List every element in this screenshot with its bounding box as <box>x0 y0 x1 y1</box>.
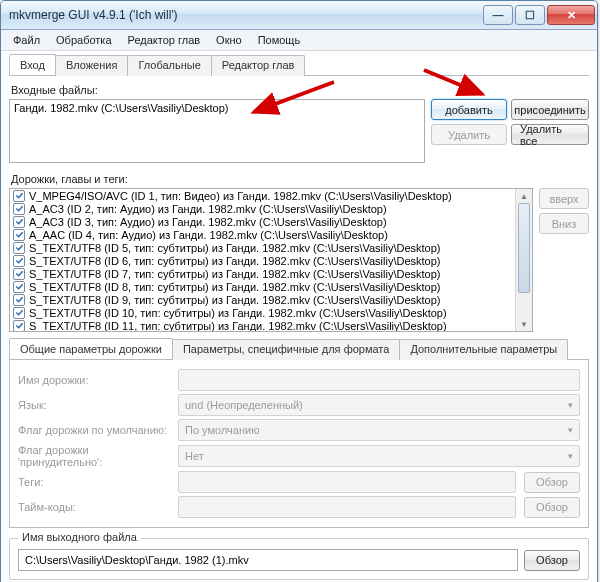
track-checkbox[interactable] <box>13 307 25 319</box>
track-checkbox[interactable] <box>13 203 25 215</box>
track-checkbox[interactable] <box>13 242 25 254</box>
output-group: Имя выходного файла C:\Users\Vasiliy\Des… <box>9 538 589 580</box>
track-item[interactable]: S_TEXT/UTF8 (ID 7, тип: субтитры) из Ган… <box>10 267 516 280</box>
track-item[interactable]: S_TEXT/UTF8 (ID 8, тип: субтитры) из Ган… <box>10 280 516 293</box>
track-checkbox[interactable] <box>13 294 25 306</box>
language-label: Язык: <box>18 399 170 411</box>
delete-all-button[interactable]: Удалить все <box>511 124 589 145</box>
menu-window[interactable]: Окно <box>208 32 250 48</box>
append-button[interactable]: присоединить <box>511 99 589 120</box>
track-item[interactable]: A_AC3 (ID 3, тип: Аудио) из Ганди. 1982.… <box>10 215 516 228</box>
menubar: Файл Обработка Редактор глав Окно Помощь <box>1 30 597 51</box>
track-label: S_TEXT/UTF8 (ID 7, тип: субтитры) из Ган… <box>29 268 441 280</box>
track-item[interactable]: V_MPEG4/ISO/AVC (ID 1, тип: Видео) из Га… <box>10 189 516 202</box>
window-title: mkvmerge GUI v4.9.1 ('Ich will') <box>9 8 481 22</box>
maximize-icon: ☐ <box>525 9 535 22</box>
subtab-format[interactable]: Параметры, специфичные для формата <box>172 339 400 360</box>
track-item[interactable]: A_AC3 (ID 2, тип: Аудио) из Ганди. 1982.… <box>10 202 516 215</box>
default-flag-combo: По умолчанию <box>178 419 580 441</box>
track-options-panel: Имя дорожки: Язык: und (Неопределенный) … <box>9 360 589 528</box>
close-icon: ✕ <box>567 9 576 22</box>
track-name-label: Имя дорожки: <box>18 374 170 386</box>
track-checkbox[interactable] <box>13 268 25 280</box>
language-combo: und (Неопределенный) <box>178 394 580 416</box>
track-label: S_TEXT/UTF8 (ID 11, тип: субтитры) из Га… <box>29 320 447 332</box>
track-item[interactable]: S_TEXT/UTF8 (ID 5, тип: субтитры) из Ган… <box>10 241 516 254</box>
input-files-list[interactable]: Ганди. 1982.mkv (C:\Users\Vasiliy\Deskto… <box>9 99 425 163</box>
tab-input[interactable]: Вход <box>9 54 56 75</box>
subtab-general[interactable]: Общие параметры дорожки <box>9 338 173 359</box>
app-window: mkvmerge GUI v4.9.1 ('Ich will') — ☐ ✕ Ф… <box>0 0 598 582</box>
subtab-extra[interactable]: Дополнительные параметры <box>399 339 568 360</box>
add-button[interactable]: добавить <box>431 99 507 120</box>
track-item[interactable]: S_TEXT/UTF8 (ID 6, тип: субтитры) из Ган… <box>10 254 516 267</box>
track-label: V_MPEG4/ISO/AVC (ID 1, тип: Видео) из Га… <box>29 190 452 202</box>
track-label: A_AC3 (ID 2, тип: Аудио) из Ганди. 1982.… <box>29 203 387 215</box>
track-label: A_AC3 (ID 3, тип: Аудио) из Ганди. 1982.… <box>29 216 387 228</box>
output-file-field[interactable]: C:\Users\Vasiliy\Desktop\Ганди. 1982 (1)… <box>18 549 518 571</box>
tags-field <box>178 471 516 493</box>
move-up-button: вверх <box>539 188 589 209</box>
minimize-icon: — <box>493 9 504 21</box>
scroll-up-icon[interactable]: ▲ <box>516 189 532 203</box>
input-file-item[interactable]: Ганди. 1982.mkv (C:\Users\Vasiliy\Deskto… <box>14 102 420 114</box>
output-label: Имя выходного файла <box>18 531 141 543</box>
track-checkbox[interactable] <box>13 229 25 241</box>
track-item[interactable]: S_TEXT/UTF8 (ID 11, тип: субтитры) из Га… <box>10 319 516 331</box>
delete-button: Удалить <box>431 124 507 145</box>
tracks-list[interactable]: V_MPEG4/ISO/AVC (ID 1, тип: Видео) из Га… <box>9 188 533 332</box>
track-label: A_AAC (ID 4, тип: Аудио) из Ганди. 1982.… <box>29 229 388 241</box>
track-name-field <box>178 369 580 391</box>
tab-attachments[interactable]: Вложения <box>55 55 129 76</box>
track-checkbox[interactable] <box>13 320 25 332</box>
track-checkbox[interactable] <box>13 190 25 202</box>
track-checkbox[interactable] <box>13 255 25 267</box>
forced-flag-label: Флаг дорожки 'принудительно': <box>18 444 170 468</box>
timecodes-field <box>178 496 516 518</box>
menu-processing[interactable]: Обработка <box>48 32 119 48</box>
tracks-scrollbar[interactable]: ▲ ▼ <box>515 189 532 331</box>
tab-global[interactable]: Глобальные <box>127 55 211 76</box>
track-checkbox[interactable] <box>13 281 25 293</box>
output-browse-button[interactable]: Обзор <box>524 550 580 571</box>
move-down-button: Вниз <box>539 213 589 234</box>
menu-chapters[interactable]: Редактор глав <box>120 32 209 48</box>
minimize-button[interactable]: — <box>483 5 513 25</box>
forced-flag-combo: Нет <box>178 445 580 467</box>
close-button[interactable]: ✕ <box>547 5 595 25</box>
menu-help[interactable]: Помощь <box>250 32 309 48</box>
track-label: S_TEXT/UTF8 (ID 5, тип: субтитры) из Ган… <box>29 242 441 254</box>
track-label: S_TEXT/UTF8 (ID 8, тип: субтитры) из Ган… <box>29 281 441 293</box>
timecodes-label: Тайм-коды: <box>18 501 170 513</box>
menu-file[interactable]: Файл <box>5 32 48 48</box>
scroll-thumb[interactable] <box>518 203 530 293</box>
track-label: S_TEXT/UTF8 (ID 6, тип: субтитры) из Ган… <box>29 255 441 267</box>
tags-label: Теги: <box>18 476 170 488</box>
scroll-down-icon[interactable]: ▼ <box>516 317 532 331</box>
track-options-tabs: Общие параметры дорожки Параметры, специ… <box>9 338 589 360</box>
track-label: S_TEXT/UTF8 (ID 9, тип: субтитры) из Ган… <box>29 294 441 306</box>
input-files-label: Входные файлы: <box>11 84 589 96</box>
tags-browse-button: Обзор <box>524 472 580 493</box>
track-checkbox[interactable] <box>13 216 25 228</box>
tracks-label: Дорожки, главы и теги: <box>11 173 589 185</box>
timecodes-browse-button: Обзор <box>524 497 580 518</box>
maximize-button[interactable]: ☐ <box>515 5 545 25</box>
tab-chapter-editor[interactable]: Редактор глав <box>211 55 306 76</box>
default-flag-label: Флаг дорожки по умолчанию: <box>18 424 170 436</box>
track-item[interactable]: A_AAC (ID 4, тип: Аудио) из Ганди. 1982.… <box>10 228 516 241</box>
track-label: S_TEXT/UTF8 (ID 10, тип: субтитры) из Га… <box>29 307 447 319</box>
main-tabs: Вход Вложения Глобальные Редактор глав <box>9 54 589 76</box>
track-item[interactable]: S_TEXT/UTF8 (ID 10, тип: субтитры) из Га… <box>10 306 516 319</box>
titlebar[interactable]: mkvmerge GUI v4.9.1 ('Ich will') — ☐ ✕ <box>1 1 597 30</box>
track-item[interactable]: S_TEXT/UTF8 (ID 9, тип: субтитры) из Ган… <box>10 293 516 306</box>
